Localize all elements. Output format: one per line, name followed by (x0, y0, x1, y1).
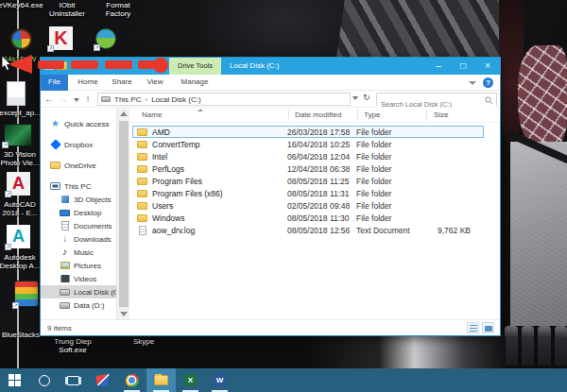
navigation-pane: ★Quick access Dropbox OneDrive This PC 3… (41, 108, 116, 320)
chrome-button[interactable] (117, 368, 146, 392)
desktop-icon-colorful-app[interactable] (10, 28, 32, 50)
scrollbar-thumb[interactable] (119, 121, 129, 307)
sidebar-item-dropbox[interactable]: Dropbox (41, 138, 116, 151)
sidebar-item-videos[interactable]: Videos (41, 272, 116, 285)
desktop-icon-kaspersky[interactable]: K ↗ (49, 26, 73, 50)
address-dropdown-chevron-icon[interactable] (352, 96, 358, 100)
minimize-ribbon-chevron-icon[interactable] (469, 81, 476, 85)
address-bar[interactable]: This PC › Local Disk (C:) (97, 93, 351, 106)
tab-view[interactable]: View (139, 75, 171, 91)
sidebar-scrollbar[interactable] (116, 108, 129, 320)
desktop-icon-except-ap[interactable] (7, 81, 26, 106)
log-file-icon (139, 226, 146, 235)
cortana-button[interactable] (29, 368, 59, 392)
file-list: Name Date modified Type Size AMD26/03/20… (129, 108, 500, 320)
desktop-icon-trung-diep-label[interactable]: Trung Diep Soft.exe (45, 337, 100, 354)
desktop-icon-autodesk-label[interactable]: Autodesk Desktop A... (0, 253, 42, 270)
sidebar-item-downloads[interactable]: ↓Downloads (41, 232, 116, 246)
desktop-icon-skype-label[interactable]: Skype (125, 337, 163, 346)
column-headers: Name Date modified Type Size (129, 108, 500, 123)
file-row-intel[interactable]: Intel06/04/2018 12:04File folder (132, 150, 484, 162)
excel-button[interactable]: X (176, 368, 205, 392)
desktop-icon-format-factory[interactable]: Format Factory (94, 1, 142, 18)
scroll-down-icon[interactable] (120, 312, 128, 316)
tab-share[interactable]: Share (105, 75, 139, 91)
sidebar-item-this-pc[interactable]: This PC (41, 179, 116, 193)
annotation-dash (71, 60, 98, 69)
word-button[interactable]: W (205, 368, 234, 392)
breadcrumb-this-pc[interactable]: This PC (114, 95, 141, 104)
sidebar-item-pictures[interactable]: Pictures (41, 259, 116, 272)
back-button[interactable]: ← (43, 91, 56, 108)
status-bar: 9 items (41, 319, 500, 335)
drive-tools-contextual-tab[interactable]: Drive Tools (169, 58, 221, 75)
sidebar-item-local-disk-c[interactable]: Local Disk (C:) (41, 285, 116, 298)
desktop-icon-3d-vision[interactable]: ↗ (4, 124, 32, 146)
shortcut-arrow-icon: ↗ (5, 244, 11, 250)
desktop-icon-autodesk[interactable]: A ↗ (7, 225, 30, 248)
scroll-up-icon[interactable] (120, 111, 128, 116)
forward-button[interactable]: → (57, 91, 70, 108)
wallpaper-metal-texture (335, 0, 509, 62)
close-button[interactable]: × (475, 58, 500, 75)
desktop-icon-autocad-label[interactable]: AutoCAD 2018 - E... (0, 200, 42, 217)
pinned-app-button[interactable] (88, 368, 117, 392)
folder-icon (137, 153, 147, 161)
annotation-dot (153, 58, 168, 73)
music-note-icon: ♪ (62, 247, 67, 257)
tab-manage[interactable]: Manage (171, 75, 218, 91)
recent-locations-chevron-icon[interactable] (74, 98, 79, 102)
details-view-button[interactable] (467, 322, 479, 333)
wallpaper-character-shirt (510, 142, 567, 326)
desktop-icon-except-ap-label[interactable]: except_ap... (0, 109, 42, 117)
breadcrumb-separator: › (145, 95, 147, 104)
sidebar-item-label: This PC (64, 182, 91, 191)
desktop-icon-bluestacks[interactable]: ↗ (14, 281, 39, 307)
tab-home[interactable]: Home (71, 75, 105, 91)
sidebar-item-music[interactable]: ♪Music (41, 246, 116, 259)
up-button[interactable]: ↑ (81, 91, 94, 108)
maximize-button[interactable]: □ (451, 58, 475, 75)
sidebar-item-label: Music (74, 248, 94, 257)
hard-disk-icon (60, 302, 70, 309)
tab-file[interactable]: File (41, 75, 68, 91)
thumbnail-view-button[interactable] (482, 322, 494, 333)
folder-icon (137, 202, 147, 210)
video-icon (60, 275, 70, 282)
file-explorer-button[interactable] (146, 368, 176, 392)
file-row-perflogs[interactable]: PerfLogs12/04/2018 06:38File folder (132, 162, 484, 175)
breadcrumb-local-disk-c[interactable]: Local Disk (C:) (151, 95, 200, 104)
sidebar-item-data-d[interactable]: Data (D:) (41, 298, 116, 312)
sidebar-item-3d-objects[interactable]: 3D Objects (41, 193, 116, 206)
sidebar-item-desktop[interactable]: Desktop (41, 206, 116, 219)
sidebar-item-onedrive[interactable]: OneDrive (41, 159, 116, 172)
file-row-converttemp[interactable]: ConvertTemp16/04/2018 10:25File folder (132, 138, 484, 150)
desktop-icon-autocad[interactable]: A ↗ (7, 172, 30, 196)
folder-icon (137, 141, 147, 148)
file-row-program-files[interactable]: Program Files08/05/2018 11:25File folder (132, 175, 484, 187)
desktop-icon-3d-vision-label[interactable]: 3D Vision Photo Vie... (0, 150, 42, 167)
column-header-size[interactable]: Size (434, 111, 449, 119)
column-header-date-modified[interactable]: Date modified (295, 111, 341, 119)
sidebar-item-label: Pictures (74, 262, 101, 270)
column-header-type[interactable]: Type (364, 111, 380, 119)
sidebar-item-quick-access[interactable]: ★Quick access (41, 117, 116, 130)
minimize-button[interactable]: – (426, 58, 451, 75)
task-view-button[interactable] (59, 368, 88, 392)
file-row-program-files-x86[interactable]: Program Files (x86)08/05/2018 11:31File … (132, 187, 484, 199)
sidebar-item-documents[interactable]: Documents (41, 219, 116, 232)
desktop-icon-bluestacks-label[interactable]: BlueStacks (0, 331, 43, 339)
file-row-users[interactable]: Users02/05/2018 09:48File folder (132, 199, 484, 212)
dropbox-icon (50, 139, 60, 149)
start-button[interactable] (0, 368, 29, 392)
desktop-icon-idm[interactable]: ↗ (95, 28, 116, 49)
desktop-icon-iobit-uninstaller[interactable]: IObit Uninstaller (43, 1, 91, 18)
file-row-windows[interactable]: Windows08/05/2018 11:30File folder (132, 212, 484, 224)
refresh-icon[interactable]: ↻ (363, 93, 370, 102)
desktop-icon-evkey[interactable]: eVKey64.exe (0, 1, 42, 9)
file-row-aow-drv-log[interactable]: aow_drv.log08/05/2018 12:56Text Document… (132, 224, 484, 236)
column-header-name[interactable]: Name (142, 111, 162, 119)
search-box[interactable] (376, 93, 497, 106)
help-icon[interactable]: ? (483, 77, 493, 88)
file-row-amd[interactable]: AMD26/03/2018 17:58File folder (132, 126, 484, 138)
